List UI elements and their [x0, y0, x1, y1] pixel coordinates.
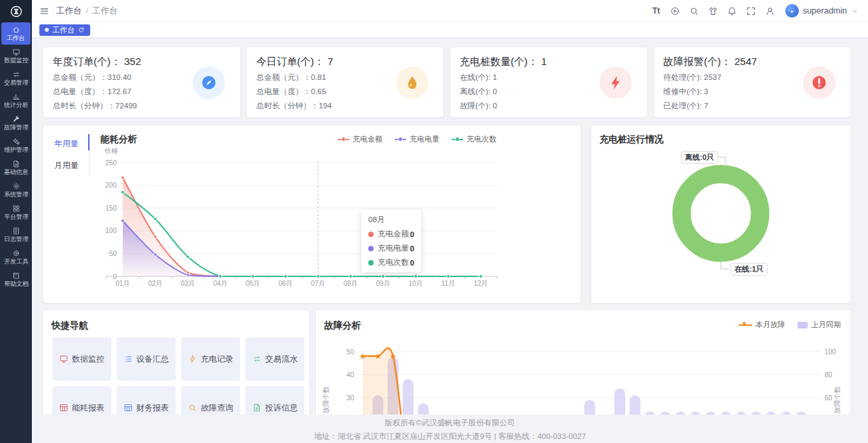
gear-icon: [12, 182, 20, 190]
document-icon: [252, 403, 262, 413]
gears-icon: [12, 138, 20, 146]
sidebar-item-label: 数据监控: [3, 57, 28, 64]
stat-card-value: 7: [328, 56, 333, 67]
tooltip-series-label: 充电金额: [378, 229, 409, 239]
notification-icon[interactable]: [724, 3, 741, 19]
stat-card-icon-wrap: [193, 66, 225, 99]
sidebar-item-日志管理[interactable]: 日志管理: [1, 224, 31, 246]
notification-icon: [727, 6, 737, 16]
transfer-icon: [252, 354, 262, 364]
tooltip-series-value: 0: [410, 259, 414, 267]
legend-item-充电电量[interactable]: 充电电量: [395, 134, 439, 144]
menu-collapse-icon[interactable]: [39, 6, 50, 16]
search-icon: [188, 403, 197, 413]
monitor-icon: [12, 48, 20, 56]
tooltip-title: 08月: [368, 215, 414, 225]
sidebar-item-维护管理[interactable]: 维护管理: [1, 134, 31, 156]
svg-text:价格: 价格: [104, 147, 118, 154]
stat-card-row: 总时长（分钟）：72499: [53, 101, 231, 111]
bolt-icon: [188, 354, 197, 364]
quicknav-label: 数据监控: [72, 354, 104, 365]
tab-label: 工作台: [52, 25, 75, 35]
sidebar-item-label: 日志管理: [3, 236, 28, 242]
refresh-circle-icon[interactable]: [667, 3, 684, 19]
sidebar-item-label: 系统管理: [3, 191, 28, 198]
book-icon: [12, 272, 20, 280]
legend-item-充电次数[interactable]: 充电次数: [452, 134, 496, 144]
address-line: 地址：湖北省 武汉市江夏区庙山开发区阳光大道9号 | 客服热线：400-033-…: [32, 431, 868, 442]
svg-text:08月: 08月: [343, 280, 357, 287]
sidebar-item-统计分析[interactable]: 统计分析: [1, 89, 31, 112]
quicknav-label: 故障查询: [201, 402, 233, 414]
sidebar-item-工作台[interactable]: 工作台: [1, 22, 31, 45]
top-header: 工作台 / 工作台 Tt ◒ superadmin: [32, 0, 868, 22]
profile-icon[interactable]: [762, 3, 778, 19]
copyright-line: 版权所有©武汉盛帆电子股份有限公司: [32, 418, 868, 428]
sidebar-item-label: 平台管理: [3, 213, 28, 220]
search-icon[interactable]: [686, 3, 703, 19]
quicknav-label: 财务报表: [136, 402, 169, 414]
tooltip-series-value: 0: [410, 230, 414, 238]
wrench-icon: [12, 115, 20, 123]
svg-text:★: ★: [359, 352, 367, 361]
tooltip-row: 充电次数0: [368, 257, 414, 268]
sidebar-item-数据监控[interactable]: 数据监控: [1, 45, 31, 67]
tooltip-series-dot: [368, 232, 374, 237]
font-size-icon[interactable]: Tt: [648, 3, 665, 19]
stat-card-value: 2547: [734, 56, 757, 67]
tab-year-usage[interactable]: 年用量: [54, 138, 87, 150]
avatar: ◒: [785, 4, 799, 18]
sidebar-item-平台管理[interactable]: 平台管理: [1, 201, 31, 224]
sidebar-item-开发工具[interactable]: 开发工具: [1, 246, 31, 268]
sidebar-item-系统管理[interactable]: 系统管理: [1, 179, 31, 201]
refresh-circle-icon: [670, 6, 680, 16]
svg-text:10月: 10月: [408, 280, 422, 287]
stat-card-row: 已处理(个): 7: [663, 101, 841, 111]
tab-refresh-icon[interactable]: [78, 26, 85, 33]
chevron-down-icon: [851, 7, 859, 15]
sidebar-item-故障管理[interactable]: 故障管理: [1, 112, 31, 134]
sidebar-item-基础信息[interactable]: 基础信息: [1, 156, 31, 179]
quicknav-充电记录[interactable]: 充电记录: [181, 337, 240, 381]
transfer-icon: [252, 354, 262, 364]
breadcrumb-item[interactable]: 工作台: [56, 5, 82, 17]
drop-icon: [403, 74, 421, 91]
quicknav-交易流水[interactable]: 交易流水: [245, 337, 304, 381]
breadcrumb-separator: /: [86, 6, 88, 16]
transfer-icon: [12, 70, 20, 79]
tooltip-series-label: 充电电量: [378, 243, 409, 253]
quicknav-数据监控[interactable]: 数据监控: [52, 337, 111, 381]
tab-active-dot: [45, 28, 49, 32]
monitor-icon: [59, 354, 68, 364]
energy-analysis-panel: 年用量 月用量 能耗分析 充电金额充电电量充电次数 05010015020025…: [43, 125, 580, 303]
donut-label-online: 在线:1只: [730, 263, 768, 276]
legend-item-充电金额[interactable]: 充电金额: [338, 134, 382, 144]
svg-text:03月: 03月: [180, 280, 195, 287]
bar-chart-icon: [12, 93, 20, 101]
svg-text:100: 100: [825, 348, 836, 356]
theme-icon[interactable]: [705, 3, 722, 19]
sidebar-item-交易管理[interactable]: 交易管理: [1, 67, 31, 89]
tooltip-series-dot: [368, 246, 374, 251]
svg-text:01月: 01月: [115, 280, 130, 287]
legend-marker: [452, 137, 463, 142]
app-root: 工作台数据监控交易管理统计分析故障管理维护管理基础信息系统管理平台管理日志管理开…: [0, 0, 868, 443]
svg-text:80: 80: [825, 371, 833, 379]
svg-text:11月: 11月: [441, 280, 455, 287]
tab-month-usage[interactable]: 月用量: [54, 160, 87, 171]
list-icon: [123, 354, 133, 364]
quicknav-设备汇总[interactable]: 设备汇总: [117, 337, 176, 381]
sidebar-item-帮助文档[interactable]: 帮助文档: [1, 268, 31, 291]
app-logo[interactable]: [0, 0, 32, 22]
fullscreen-icon[interactable]: [743, 3, 760, 19]
user-menu[interactable]: ◒ superadmin: [785, 4, 859, 18]
legend-label: 充电电量: [410, 134, 439, 144]
breadcrumb-item-current: 工作台: [92, 5, 118, 17]
stat-card-2: 今日订单(个)：7总金额（元）：0.81总电量（度）：0.65总时长（分钟）：1…: [247, 47, 443, 117]
tooltip-series-dot: [368, 260, 374, 266]
tab-workbench[interactable]: 工作台: [39, 24, 90, 36]
donut-label-offline: 离线:0只: [681, 151, 718, 164]
breadcrumb: 工作台 / 工作台: [56, 5, 117, 17]
tab-active-indicator: [88, 134, 90, 150]
legend-dot: [341, 137, 346, 142]
